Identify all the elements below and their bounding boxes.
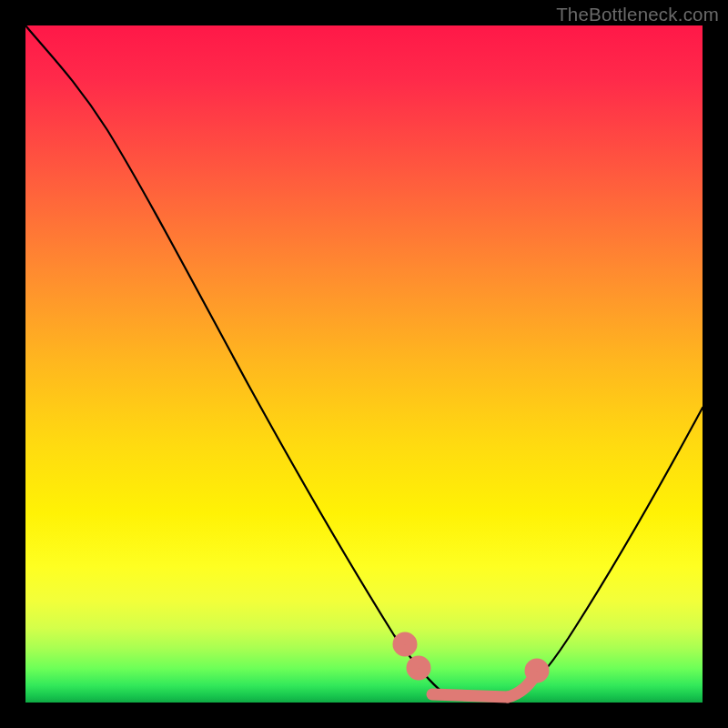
svg-point-2 [531,664,543,677]
svg-point-1 [412,662,425,674]
chart-frame: TheBottleneck.com [0,0,728,728]
curve-layer [25,25,703,703]
svg-point-0 [399,638,411,651]
bottleneck-curve [25,25,703,701]
watermark-text: TheBottleneck.com [556,4,719,25]
sweet-spot-highlight [399,638,543,697]
